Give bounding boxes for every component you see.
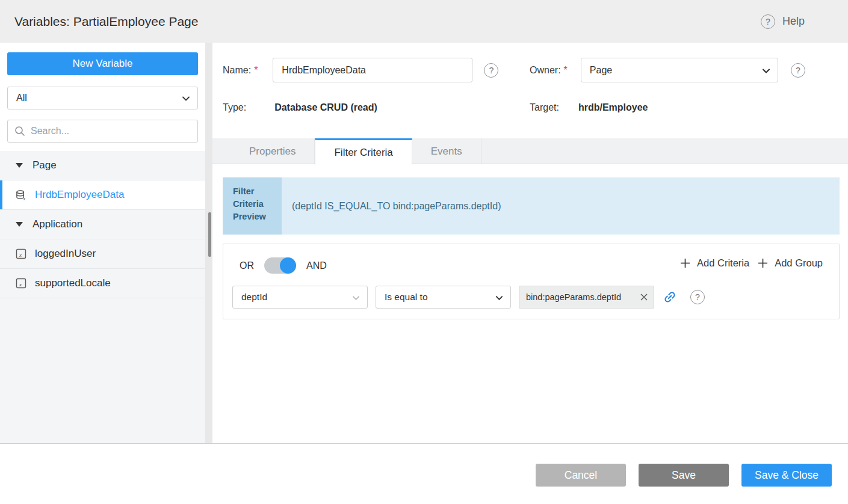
name-field-row: Name: * ? (223, 58, 498, 82)
remove-binding-icon[interactable] (639, 292, 649, 302)
bind-link-icon[interactable] (663, 290, 677, 304)
static-variable-icon: x (16, 278, 26, 289)
tab-events[interactable]: Events (412, 138, 481, 164)
svg-text:x: x (23, 195, 26, 200)
footer-buttons: Cancel Save Save & Close (536, 464, 832, 487)
tree-item-label: supportedLocale (35, 277, 111, 289)
chevron-down-icon (762, 67, 770, 75)
criteria-value-chip[interactable]: bind:pageParams.deptId (519, 286, 654, 309)
or-and-toggle[interactable] (264, 257, 296, 274)
dialog-header: Variables: PartialEmployee Page ? Help (0, 0, 848, 43)
tree-filler (0, 298, 205, 444)
variable-type-filter-value: All (16, 93, 27, 103)
help-icon: ? (761, 14, 775, 29)
add-group-button[interactable]: Add Group (758, 257, 823, 269)
panel-divider (205, 43, 212, 443)
owner-select[interactable]: Page (581, 58, 778, 82)
type-label: Type: (223, 102, 246, 113)
chevron-down-icon (352, 294, 360, 302)
owner-select-value: Page (590, 65, 612, 76)
required-asterisk: * (564, 65, 568, 76)
caret-down-icon (16, 222, 23, 227)
bind-expression: bind:pageParams.deptId (526, 292, 638, 302)
new-variable-button[interactable]: New Variable (7, 52, 198, 75)
preview-label: Filter Criteria Preview (223, 177, 282, 235)
detail-tabbar: Properties Filter Criteria Events (212, 138, 848, 164)
save-and-close-button[interactable]: Save & Close (741, 464, 832, 487)
search-input[interactable] (7, 120, 198, 143)
required-asterisk: * (254, 65, 258, 76)
name-label: Name: (223, 65, 251, 76)
criteria-field-select[interactable]: deptId (232, 286, 368, 309)
help-button[interactable]: ? Help (761, 14, 805, 29)
criteria-field-value: deptId (241, 292, 267, 303)
criteria-actions: Add Criteria Add Group (680, 257, 823, 269)
chevron-down-icon (495, 294, 503, 302)
preview-value: (deptId IS_EQUAL_TO bind:pageParams.dept… (282, 177, 840, 235)
plus-icon (758, 258, 768, 268)
save-button[interactable]: Save (639, 464, 729, 487)
name-input[interactable] (273, 58, 472, 82)
tree-item-label: HrdbEmployeeData (35, 189, 124, 201)
tree-item-hrdbemployeedata[interactable]: x HrdbEmployeeData (0, 180, 205, 210)
and-label: AND (306, 260, 327, 271)
tree-item-supportedlocale[interactable]: x supportedLocale (0, 269, 205, 298)
criteria-condition-select[interactable]: Is equal to (376, 286, 511, 309)
database-variable-icon: x (16, 189, 26, 200)
tree-group-label: Page (32, 159, 57, 171)
owner-help-icon[interactable]: ? (791, 63, 805, 78)
logic-toggle-row: OR AND (240, 257, 327, 274)
variables-sidebar: New Variable All Page (0, 43, 205, 443)
page-title: Variables: PartialEmployee Page (14, 14, 198, 29)
sidebar-scrollbar-thumb[interactable] (208, 212, 211, 257)
target-value: hrdb/Employee (578, 102, 648, 113)
criteria-group: OR AND Add Criteria Add Group (223, 244, 840, 319)
search-icon (14, 126, 25, 137)
variables-tree: Page x HrdbEmployeeData Application (0, 151, 205, 444)
add-criteria-label: Add Criteria (697, 257, 749, 269)
toggle-knob (280, 257, 296, 274)
chevron-down-icon (182, 94, 190, 103)
type-value: Database CRUD (read) (274, 102, 377, 113)
dialog-footer: Cancel Save Save & Close (0, 443, 848, 504)
sidebar-controls: New Variable All (0, 43, 205, 143)
variables-dialog: Variables: PartialEmployee Page ? Help N… (0, 0, 848, 504)
owner-field-row: Owner: * Page ? (530, 58, 805, 82)
criteria-row: deptId Is equal to bind:pageParams.deptI… (232, 286, 705, 309)
static-variable-icon: x (16, 248, 26, 259)
add-criteria-button[interactable]: Add Criteria (680, 257, 749, 269)
tree-item-label: loggedInUser (35, 248, 96, 260)
search-field (7, 120, 198, 143)
tab-properties[interactable]: Properties (231, 138, 315, 164)
cancel-button[interactable]: Cancel (536, 464, 626, 487)
filter-criteria-preview: Filter Criteria Preview (deptId IS_EQUAL… (223, 177, 840, 235)
criteria-help-icon[interactable]: ? (690, 290, 705, 304)
tree-group-label: Application (32, 218, 82, 230)
variable-detail-panel: Name: * ? Owner: * Page ? Type: Database… (212, 43, 848, 443)
add-group-label: Add Group (775, 257, 823, 269)
or-label: OR (240, 260, 254, 271)
plus-icon (680, 258, 690, 268)
tree-item-loggedinuser[interactable]: x loggedInUser (0, 239, 205, 269)
type-row: Type: Database CRUD (read) (223, 102, 377, 113)
svg-text:x: x (19, 252, 22, 258)
criteria-condition-value: Is equal to (385, 292, 428, 303)
tree-group-page[interactable]: Page (0, 151, 205, 180)
target-row: Target: hrdb/Employee (530, 102, 648, 113)
help-label: Help (782, 15, 805, 28)
variable-type-filter-select[interactable]: All (7, 87, 198, 109)
tree-group-application[interactable]: Application (0, 210, 205, 239)
target-label: Target: (530, 102, 559, 113)
name-help-icon[interactable]: ? (484, 63, 498, 78)
caret-down-icon (16, 163, 23, 168)
owner-label: Owner: (530, 65, 561, 76)
tab-filter-criteria[interactable]: Filter Criteria (315, 138, 412, 165)
svg-text:x: x (19, 281, 22, 287)
